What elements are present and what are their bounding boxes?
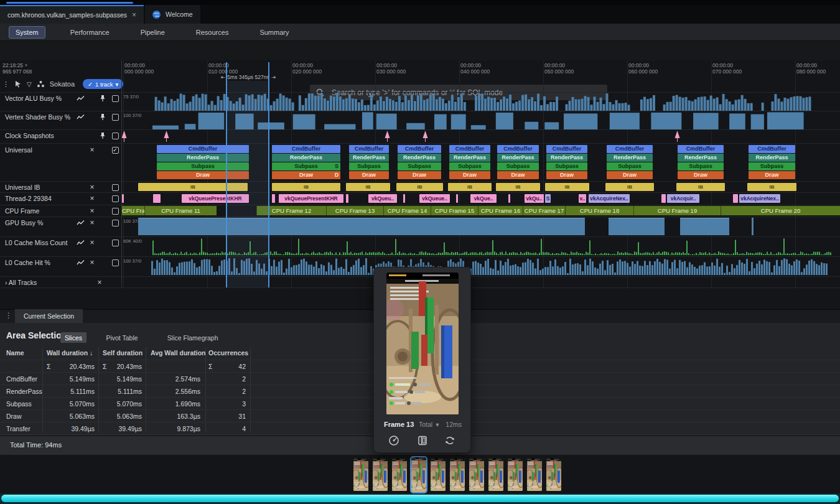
frame-thumbnail[interactable] [508,459,523,491]
frame-thumbnail[interactable] [469,459,484,491]
frame-mode-dropdown[interactable]: Total▾ [419,421,439,428]
gpu-busy-block[interactable] [680,218,729,235]
track-checkbox[interactable] [111,259,119,266]
frame-preview-image[interactable] [386,273,459,414]
frame-thumbnail[interactable] [373,459,388,491]
slice-cmdbuffer[interactable]: CmdBuffer [398,145,441,153]
slice-renderpass[interactable]: RenderPass [497,154,539,162]
slice-cpu-frame[interactable]: CPU Frame 13 [326,206,383,215]
slice-draw[interactable]: Draw [678,171,724,179]
current-selection-tab[interactable]: Current Selection [15,309,83,323]
nav-item-system[interactable]: System [9,26,45,39]
tab-slices[interactable]: Slices [60,332,86,343]
track-checkbox[interactable] [111,240,119,246]
slice-thread[interactable]: vkAcquireNex.. [739,194,780,203]
track-checkbox[interactable] [111,208,119,215]
remove-track-icon[interactable]: × [95,278,104,287]
slice-cmdbuffer[interactable]: CmdBuffer [497,145,539,153]
slice-renderpass[interactable]: RenderPass [272,154,340,162]
slice-renderpass[interactable]: RenderPass [607,154,653,162]
report-panel-icon[interactable] [416,434,429,447]
slice-cmdbuffer[interactable]: CmdBuffer [546,145,587,153]
frame-thumbnail[interactable] [527,459,542,491]
slice-thread[interactable] [456,194,458,203]
frame-thumbnail[interactable] [450,459,465,491]
nav-item-summary[interactable]: Summary [253,27,295,38]
slice-cmdbuffer[interactable]: CmdBuffer [749,145,795,153]
slice-ib[interactable]: IB [448,183,492,191]
slice-draw[interactable]: Draw [749,171,795,179]
remove-track-icon[interactable]: × [88,238,96,247]
tab-slice-flamegraph[interactable]: Slice Flamegraph [163,332,223,343]
slice-thread[interactable] [508,194,510,203]
slice-ib[interactable]: IB [272,183,340,191]
slice-cpu-frame[interactable]: CPU Frame 20 [721,206,840,215]
slice-ib[interactable]: IB [346,183,390,191]
slice-thread[interactable]: vkAcquireNex.. [589,194,630,203]
track-checkbox[interactable] [111,184,119,191]
frame-thumbnail[interactable] [353,459,368,491]
welcome-tab[interactable]: Welcome [145,5,200,24]
slice-truncated[interactable]: D [333,171,340,179]
slice-thread[interactable]: vkQu.. [525,194,544,203]
track-checkbox[interactable] [111,220,119,226]
chart-line-icon[interactable] [76,240,85,246]
trace-tab[interactable]: com.khronos.vulkan_samples-subpasses × [0,5,144,24]
clock-snapshot-marker[interactable] [385,131,390,142]
slice-thread[interactable] [122,194,124,203]
slice-draw[interactable]: Draw [272,171,340,179]
nav-item-pipeline[interactable]: Pipeline [134,27,171,38]
slice-ib[interactable]: IB [747,183,796,191]
horizontal-scrollbar[interactable] [1,495,839,502]
slice-cpu-frame[interactable]: CPU Frame 14 [383,206,431,215]
slice-subpass[interactable]: Subpass [272,162,340,170]
kebab-icon[interactable]: ⋮ [2,80,9,88]
slice-ib[interactable]: IB [496,183,540,191]
slice-thread[interactable] [733,194,738,203]
slice-draw[interactable]: Draw [398,171,441,179]
slice-ib[interactable]: IB [676,183,725,191]
select-arrow-icon[interactable] [14,80,22,88]
slice-thread[interactable]: vkQueue.. [419,194,450,203]
slice-renderpass[interactable]: RenderPass [398,154,441,162]
slice-thread[interactable] [403,194,405,203]
slice-cpu-frame[interactable]: CPU Frame 17 [523,206,565,215]
gpu-busy-block[interactable] [752,218,754,235]
clock-snapshot-marker[interactable] [422,131,428,142]
clock-snapshot-marker[interactable] [164,131,169,142]
track-checkbox[interactable] [111,95,119,102]
slice-truncated[interactable]: S [333,162,340,170]
selection-line-end[interactable] [268,62,269,287]
remove-track-icon[interactable]: × [88,207,96,215]
slice-cpu-frame[interactable]: CPU Frame 16 [478,206,523,215]
frame-thumbnail-selected[interactable] [411,457,426,492]
slice-draw[interactable]: Draw [607,171,653,179]
nav-item-performance[interactable]: Performance [64,27,116,38]
track-checkbox[interactable] [111,195,119,202]
slice-cpu-frame[interactable]: CPU Frame 15 [431,206,478,215]
slice-cmdbuffer[interactable]: CmdBuffer [607,145,653,153]
remove-track-icon[interactable]: × [88,194,96,203]
remove-track-icon[interactable]: × [88,183,96,192]
slice-cpu-frame[interactable]: CPU Frame 19 [633,206,721,215]
selection-line-start[interactable] [226,62,227,287]
remove-track-icon[interactable]: × [88,258,96,267]
slice-draw[interactable]: Draw [497,171,539,179]
panel-drag-handle-icon[interactable]: ⋮ [5,311,12,320]
remove-track-icon[interactable]: × [88,146,96,154]
slice-subpass[interactable]: Subpass [678,162,724,170]
slice-thread[interactable] [272,194,275,203]
slice-thread[interactable]: vkQueuePresentKHR [279,194,343,203]
slice-thread[interactable] [661,194,666,203]
slice-ib[interactable]: IB [396,183,443,191]
nav-item-resources[interactable]: Resources [190,27,235,38]
slice-thread[interactable]: vkAcquir.. [667,194,699,203]
slice-subpass[interactable]: Subpass [546,162,587,170]
slice-ib[interactable]: IB [545,183,589,191]
tab-pivot-table[interactable]: Pivot Table [101,332,142,343]
slice-cmdbuffer[interactable]: CmdBuffer [678,145,724,153]
slice-thread[interactable]: S [545,194,551,203]
gpu-busy-block[interactable] [609,218,665,235]
slice-draw[interactable]: Draw [546,171,587,179]
gpu-busy-block[interactable] [138,218,585,235]
